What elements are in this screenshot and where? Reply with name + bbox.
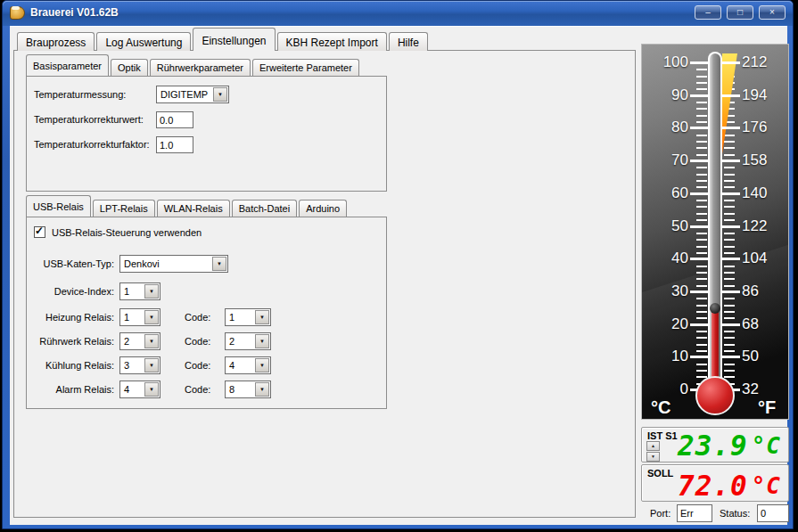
chevron-down-icon[interactable]: ▼	[213, 87, 227, 102]
port-label: Port:	[650, 508, 670, 519]
thermo-c-label: 100	[647, 53, 688, 72]
usb-relais-checkbox-label: USB-Relais-Steuerung verwenden	[52, 227, 202, 238]
thermo-major-tick	[722, 160, 740, 162]
heizung-relais-select[interactable]: 1 ▼	[119, 308, 160, 326]
tab-batch-datei[interactable]: Batch-Datei	[232, 200, 297, 217]
kuehlung-code-select[interactable]: 4 ▼	[225, 356, 271, 374]
ruehrwerk-code-select[interactable]: 2 ▼	[225, 332, 271, 350]
tab-kbh-rezept-import[interactable]: KBH Rezept Import	[277, 32, 387, 51]
device-index-select[interactable]: 1 ▼	[119, 282, 160, 300]
ruehrwerk-relais-label: Rührwerk Relais:	[27, 336, 114, 347]
thermo-major-tick	[690, 258, 708, 260]
tab-brauprozess[interactable]: Brauprozess	[17, 32, 95, 51]
thermo-c-label: 30	[647, 282, 688, 301]
heizung-relais-label: Heizung Relais:	[27, 312, 114, 323]
tab-wlan-relais[interactable]: WLAN-Relais	[157, 200, 230, 217]
app-window: Brauerei V01.62B – □ × Brauprozess Log A…	[2, 0, 794, 529]
heizung-code-value: 1	[229, 312, 234, 323]
korrekturwert-field[interactable]	[156, 111, 193, 128]
status-field[interactable]	[757, 504, 789, 522]
thermo-major-tick	[690, 192, 708, 195]
karten-typ-select[interactable]: Denkovi ▼	[119, 255, 228, 273]
chevron-down-icon[interactable]: ▼	[144, 334, 159, 348]
alarm-relais-label: Alarm Relais:	[27, 384, 114, 395]
thermo-major-tick	[722, 192, 740, 195]
chevron-down-icon[interactable]: ▼	[144, 382, 159, 397]
tab-lpt-relais[interactable]: LPT-Relais	[93, 200, 155, 217]
korrekturfaktor-field[interactable]	[156, 136, 193, 153]
thermo-major-tick	[722, 291, 740, 293]
thermo-f-label: 212	[742, 53, 767, 72]
spin-down-button[interactable]: ▼	[646, 452, 660, 462]
thermo-c-label: 80	[647, 118, 688, 137]
thermo-f-label: 140	[742, 184, 767, 203]
soll-unit: °C	[752, 472, 781, 499]
kuehlung-code-label: Code:	[185, 360, 210, 371]
thermo-major-tick	[690, 225, 708, 228]
main-tab-bar: Brauprozess Log Auswertung Einstellungen…	[17, 28, 430, 51]
usb-relais-checkbox[interactable]: ✓	[34, 226, 45, 238]
tab-ruehrwerkparameter[interactable]: Rührwerkparameter	[150, 59, 251, 76]
beer-mug-icon	[10, 6, 25, 20]
chevron-down-icon[interactable]: ▼	[255, 334, 269, 348]
alarm-relais-select[interactable]: 4 ▼	[119, 381, 160, 398]
kuehlung-relais-select[interactable]: 3 ▼	[119, 356, 160, 374]
kuehlung-code-value: 4	[229, 360, 234, 371]
ist-unit: °C	[752, 432, 781, 459]
chevron-down-icon[interactable]: ▼	[255, 358, 269, 372]
tab-basisparameter[interactable]: Basisparameter	[26, 54, 109, 76]
thermo-f-label: 86	[742, 282, 759, 301]
ruehrwerk-code-value: 2	[229, 336, 234, 347]
temperaturmessung-label: Temperaturmessung:	[34, 89, 126, 100]
parameter-tab-bar: Basisparameter Optik Rührwerkparameter E…	[26, 54, 361, 76]
thermo-f-label: 68	[742, 315, 759, 334]
thermo-c-label: 0	[647, 380, 688, 399]
maximize-button[interactable]: □	[727, 5, 753, 20]
device-index-value: 1	[124, 286, 129, 297]
thermo-major-tick	[690, 61, 708, 64]
tab-hilfe[interactable]: Hilfe	[389, 32, 428, 51]
heizung-code-select[interactable]: 1 ▼	[225, 308, 271, 326]
minimize-button[interactable]: –	[695, 5, 721, 20]
chevron-down-icon[interactable]: ▼	[144, 284, 159, 299]
thermo-major-tick	[722, 127, 740, 129]
tab-optik[interactable]: Optik	[111, 59, 148, 76]
karten-typ-label: USB-Katen-Typ:	[27, 258, 114, 269]
port-field[interactable]	[677, 504, 712, 522]
thermo-major-tick	[690, 291, 708, 293]
device-index-label: Device-Index:	[27, 286, 114, 297]
alarm-code-select[interactable]: 8 ▼	[225, 381, 271, 398]
korrekturwert-label: Temperaturkorrekturwert:	[34, 114, 144, 125]
tab-einstellungen[interactable]: Einstellungen	[193, 28, 275, 51]
tab-erweiterte-parameter[interactable]: Erweiterte Parameter	[252, 59, 359, 76]
chevron-down-icon[interactable]: ▼	[255, 310, 269, 324]
thermo-c-label: 60	[647, 184, 688, 203]
korrekturfaktor-label: Temperaturkorrekturfaktor:	[34, 139, 150, 150]
thermo-c-label: 70	[647, 151, 688, 170]
ruehrwerk-relais-value: 2	[124, 336, 129, 347]
ruehrwerk-code-label: Code:	[185, 336, 210, 347]
temperaturmessung-select[interactable]: DIGITEMP ▼	[156, 86, 229, 103]
title-bar[interactable]: Brauerei V01.62B – □ ×	[3, 1, 793, 26]
karten-typ-value: Denkovi	[124, 258, 160, 269]
close-button[interactable]: ×	[759, 5, 786, 20]
tab-log-auswertung[interactable]: Log Auswertung	[96, 32, 191, 51]
tab-usb-relais[interactable]: USB-Relais	[26, 195, 91, 217]
spin-up-button[interactable]: ▲	[646, 441, 660, 451]
fahrenheit-unit-label: °F	[758, 397, 776, 418]
thermo-major-tick	[690, 323, 708, 326]
tab-arduino[interactable]: Arduino	[299, 200, 347, 217]
chevron-down-icon[interactable]: ▼	[212, 257, 226, 271]
temperaturmessung-value: DIGITEMP	[160, 89, 208, 100]
thermo-bulb	[695, 376, 735, 415]
ruehrwerk-relais-select[interactable]: 2 ▼	[119, 332, 160, 350]
thermo-f-label: 50	[742, 347, 759, 366]
thermo-c-label: 10	[647, 347, 688, 366]
chevron-down-icon[interactable]: ▼	[144, 310, 159, 324]
chevron-down-icon[interactable]: ▼	[255, 382, 269, 397]
kuehlung-relais-label: Kühlung Relais:	[27, 360, 114, 371]
chevron-down-icon[interactable]: ▼	[144, 358, 159, 372]
thermo-c-label: 90	[647, 86, 688, 105]
thermo-f-label: 32	[742, 380, 759, 399]
usb-relais-page: ✓ USB-Relais-Steuerung verwenden USB-Kat…	[26, 217, 387, 409]
